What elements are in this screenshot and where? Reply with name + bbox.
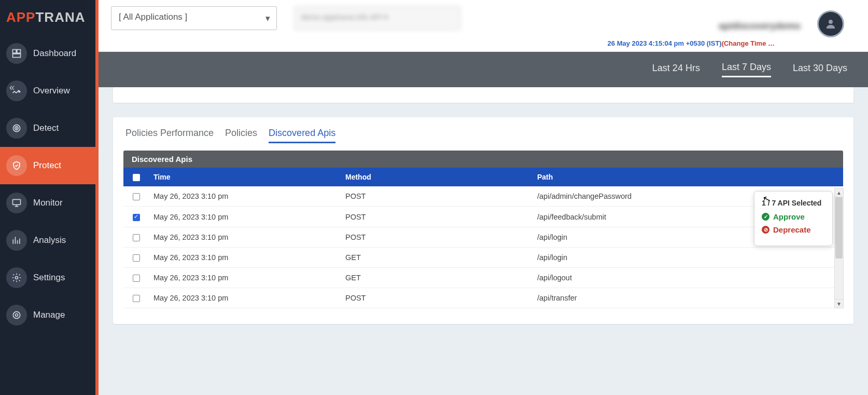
svg-rect-2 [13,54,21,58]
top-header: [ All Applications ] ▾ demo.apptrana.inf… [99,0,868,52]
cell-method: POST [341,227,533,247]
row-checkbox[interactable] [133,254,140,262]
cell-method: POST [341,207,533,227]
detect-icon [6,118,27,139]
table-row[interactable]: May 26, 2023 3:10 pm GET /api/login [123,247,843,267]
sidebar-item-settings[interactable]: Settings [0,259,95,296]
svg-point-10 [16,314,18,317]
table-row[interactable]: May 26, 2023 3:10 pm POST /api/feedback/… [123,207,843,227]
svg-point-9 [13,311,20,318]
card-tabs: Policies Performance Policies Discovered… [123,128,843,143]
cell-method: POST [341,288,533,308]
table-row[interactable]: May 26, 2023 3:10 pm POST /api/admin/cha… [123,186,843,207]
svg-point-6 [16,128,17,129]
sidebar-item-label: Dashboard [33,48,76,59]
discovered-apis-card: Policies Performance Policies Discovered… [113,117,853,324]
timestamp-row: 26 May 2023 4:15:04 pm +0530 (IST)(Chang… [608,39,775,47]
svg-rect-7 [13,199,21,205]
cell-time: May 26, 2023 3:10 pm [149,267,341,288]
protect-icon [6,155,27,176]
sidebar: APPTRANA « Dashboard Overview Detect Pro… [0,0,95,395]
cell-time: May 26, 2023 3:10 pm [149,207,341,227]
sidebar-item-detect[interactable]: Detect [0,110,95,147]
monitor-icon [6,193,27,213]
chevron-down-icon: ▾ [265,13,270,24]
row-checkbox[interactable] [133,295,140,302]
cell-path: /api/logout [533,267,843,288]
col-time[interactable]: Time [149,168,341,186]
cancel-circle-icon: ⊘ [762,226,769,234]
row-checkbox[interactable] [133,193,140,200]
svg-point-11 [829,20,833,24]
cell-path: /api/login [533,247,843,267]
cell-time: May 26, 2023 3:10 pm [149,288,341,308]
timerange-last-7-days[interactable]: Last 7 Days [722,62,771,77]
svg-point-8 [16,277,18,279]
account-name-blurred: apidiscoverydemo [719,21,801,32]
tab-policies-performance[interactable]: Policies Performance [125,128,214,143]
logo-part1: APP [6,9,35,25]
sidebar-item-protect[interactable]: Protect [0,147,95,184]
col-method[interactable]: Method [341,168,533,186]
analysis-icon [6,230,27,251]
application-select[interactable]: [ All Applications ] ▾ [111,6,277,30]
tab-discovered-apis[interactable]: Discovered Apis [269,128,335,143]
scroll-down-icon[interactable]: ▼ [834,299,844,308]
scroll-up-icon[interactable]: ▲ [834,188,844,197]
avatar[interactable] [817,10,844,37]
sidebar-item-label: Protect [33,160,61,171]
table-row[interactable]: May 26, 2023 3:10 pm GET /api/logout [123,267,843,288]
sidebar-item-label: Manage [33,310,65,320]
approve-button[interactable]: ✓ Approve [762,212,825,221]
sidebar-item-manage[interactable]: Manage [0,296,95,334]
sidebar-item-label: Detect [33,123,59,133]
timestamp-text: 26 May 2023 4:15:04 pm +0530 (IST) [608,39,722,47]
row-checkbox[interactable] [133,275,140,282]
timerange-bar: Last 24 Hrs Last 7 Days Last 30 Days [99,52,868,87]
check-circle-icon: ✓ [762,213,769,221]
change-time-link[interactable]: (Change Time … [722,39,775,47]
dashboard-icon [6,43,27,64]
cell-time: May 26, 2023 3:10 pm [149,247,341,267]
scroll-thumb[interactable] [835,197,843,258]
api-table: Time Method Path May 26, 2023 3:10 pm PO… [123,168,843,308]
upper-card-fragment [113,87,853,103]
approve-label: Approve [773,212,805,221]
table-row[interactable]: May 26, 2023 3:10 pm POST /api/transfer [123,288,843,308]
cell-time: May 26, 2023 3:10 pm [149,227,341,247]
header-checkbox[interactable] [133,174,140,181]
timerange-last-24-hrs[interactable]: Last 24 Hrs [652,63,700,77]
row-checkbox[interactable] [133,214,140,221]
cell-path: /api/transfer [533,288,843,308]
table-row[interactable]: May 26, 2023 3:10 pm POST /api/login [123,227,843,247]
deprecate-label: Deprecate [773,225,811,234]
secondary-select-blurred[interactable]: demo.apptrana.info API ▾ [295,6,460,30]
collapse-sidebar-icon[interactable]: « [9,82,15,93]
svg-point-3 [19,91,20,92]
table-title: Discovered Apis [123,151,843,168]
sidebar-item-label: Monitor [33,198,63,208]
table-scrollbar[interactable]: ▲ ▼ [834,188,844,308]
row-checkbox[interactable] [133,234,140,241]
deprecate-button[interactable]: ⊘ Deprecate [762,225,825,234]
timerange-last-30-days[interactable]: Last 30 Days [793,63,847,77]
table-wrap: Time Method Path May 26, 2023 3:10 pm PO… [123,168,843,308]
sidebar-item-label: Analysis [33,235,66,246]
col-path[interactable]: Path [533,168,843,186]
settings-icon [6,267,27,288]
application-select-value: [ All Applications ] [119,12,187,22]
sidebar-item-analysis[interactable]: Analysis [0,222,95,259]
main-area: [ All Applications ] ▾ demo.apptrana.inf… [99,0,868,395]
sidebar-item-label: Overview [33,86,70,96]
cell-method: GET [341,267,533,288]
cell-method: GET [341,247,533,267]
sidebar-item-monitor[interactable]: Monitor [0,184,95,222]
scroll-track[interactable] [834,197,844,299]
tab-policies[interactable]: Policies [225,128,257,143]
cell-method: POST [341,186,533,207]
svg-rect-0 [13,50,17,53]
logo-part2: TRANA [35,9,85,25]
sidebar-item-dashboard[interactable]: Dashboard [0,35,95,72]
cell-time: May 26, 2023 3:10 pm [149,186,341,207]
sidebar-item-label: Settings [33,273,65,283]
